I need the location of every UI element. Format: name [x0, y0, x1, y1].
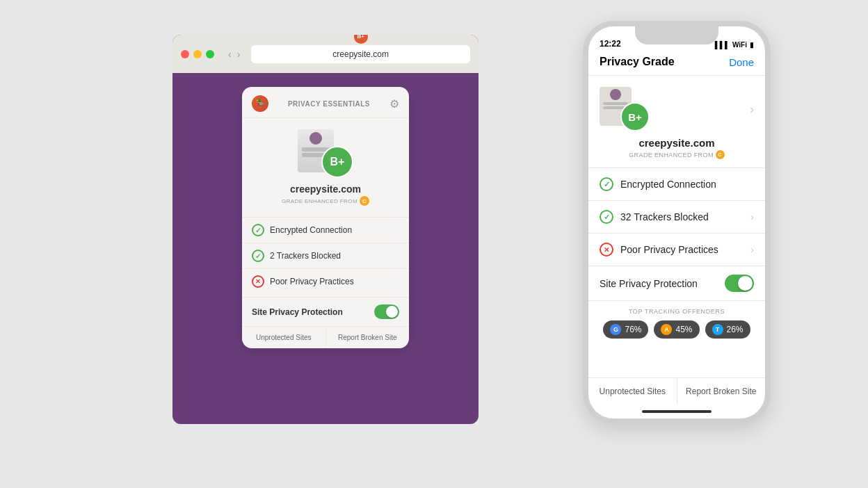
- browser-mockup: ‹ › B+ creepysite.com 🦆 PRIVACY ESSENTIA…: [172, 35, 479, 424]
- phone-site-privacy-label: Site Privacy Protection: [600, 278, 698, 289]
- encrypted-connection-label: Encrypted Connection: [270, 225, 352, 235]
- amazon-tracker-icon: A: [661, 324, 672, 335]
- popup-items: Encrypted Connection 2 Trackers Blocked …: [242, 214, 409, 297]
- trackers-blocked-label: 2 Trackers Blocked: [270, 251, 341, 261]
- address-bar[interactable]: B+ creepysite.com: [251, 45, 470, 63]
- phone-grade-enhanced: GRADE ENHANCED FROM C: [629, 150, 725, 159]
- popup-domain: creepysite.com: [290, 184, 361, 195]
- close-button[interactable]: [181, 50, 189, 58]
- phone-footer: Unprotected Sites Report Broken Site: [588, 377, 765, 405]
- report-broken-site-link[interactable]: Report Broken Site: [326, 327, 410, 348]
- phone-grade-circle: B+: [620, 102, 650, 131]
- phone-trackers-item[interactable]: 32 Trackers Blocked ›: [588, 201, 765, 234]
- grade-circle: B+: [321, 146, 353, 178]
- phone-header: Privacy Grade Done: [588, 51, 765, 76]
- phone-content: B+ › creepysite.com GRADE ENHANCED FROM …: [588, 76, 765, 418]
- browser-chrome: ‹ › B+ creepysite.com: [172, 35, 479, 73]
- browser-content: 🦆 PRIVACY ESSENTIALS ⚙: [172, 73, 479, 348]
- phone-trackers-chevron: ›: [750, 211, 754, 222]
- address-text: creepysite.com: [332, 49, 389, 59]
- phone-mockup: 12:22 ▌▌▌ WiFi ▮ Privacy Grade Done: [583, 21, 771, 424]
- phone-poor-privacy-chevron: ›: [750, 244, 754, 255]
- phone-screenshot-avatar: [610, 89, 621, 100]
- grade-from-badge: C: [360, 196, 369, 206]
- phone-report-broken-link[interactable]: Report Broken Site: [677, 378, 766, 405]
- ddg-grade-badge: B+: [354, 35, 368, 44]
- phone-grade-chevron: ›: [750, 102, 754, 117]
- popup-title: PRIVACY ESSENTIALS: [288, 100, 370, 108]
- site-privacy-toggle-label: Site Privacy Protection: [252, 307, 343, 317]
- wifi-icon: WiFi: [732, 41, 747, 49]
- poor-privacy-item: Poor Privacy Practices: [242, 268, 409, 294]
- ddg-logo: 🦆: [252, 95, 268, 112]
- popup-footer: Unprotected Sites Report Broken Site: [242, 326, 409, 348]
- phone-trackers-section: TOP TRACKING OFFENDERS G 76% A 45% T 26%: [588, 301, 765, 343]
- browser-nav: ‹ ›: [228, 49, 240, 60]
- phone-screen: 12:22 ▌▌▌ WiFi ▮ Privacy Grade Done: [588, 26, 765, 418]
- check-icon-trackers: [252, 250, 264, 262]
- trackers-blocked-item: 2 Trackers Blocked: [242, 243, 409, 268]
- status-icons: ▌▌▌ WiFi ▮: [715, 41, 754, 49]
- screenshot-avatar: [310, 132, 322, 145]
- phone-screenshot-line1: [603, 102, 628, 105]
- phone-poor-privacy-item[interactable]: Poor Privacy Practices ›: [588, 234, 765, 266]
- back-button[interactable]: ‹: [228, 49, 232, 60]
- encrypted-connection-item: Encrypted Connection: [242, 217, 409, 243]
- poor-privacy-label: Poor Privacy Practices: [270, 277, 354, 286]
- tracker-badge-twitter[interactable]: T 26%: [705, 320, 750, 339]
- twitter-tracker-icon: T: [712, 324, 723, 335]
- minimize-button[interactable]: [193, 50, 202, 58]
- phone-done-button[interactable]: Done: [729, 56, 754, 68]
- phone-domain: creepysite.com: [638, 137, 714, 149]
- scene: ‹ › B+ creepysite.com 🦆 PRIVACY ESSENTIA…: [0, 0, 868, 488]
- phone-encrypted-item: Encrypted Connection: [588, 168, 765, 201]
- trackers-heading: TOP TRACKING OFFENDERS: [600, 308, 754, 315]
- phone-encrypted-label: Encrypted Connection: [620, 179, 754, 190]
- popup-grade-section: B+ creepysite.com GRADE ENHANCED FROM C: [242, 118, 409, 214]
- phone-grade-from-badge: C: [716, 150, 725, 159]
- phone-check-icon-trackers: [600, 210, 613, 224]
- home-bar: [642, 410, 712, 413]
- site-privacy-toggle-row: Site Privacy Protection: [242, 297, 409, 326]
- popup-header: 🦆 PRIVACY ESSENTIALS ⚙: [242, 87, 409, 118]
- google-tracker-pct: 76%: [625, 325, 641, 334]
- site-privacy-toggle[interactable]: [374, 304, 399, 319]
- phone-site-privacy-row: Site Privacy Protection: [588, 266, 765, 301]
- forward-button[interactable]: ›: [237, 49, 241, 60]
- privacy-popup: 🦆 PRIVACY ESSENTIALS ⚙: [242, 87, 409, 348]
- check-icon-encrypted: [252, 224, 264, 236]
- maximize-button[interactable]: [206, 50, 214, 58]
- trackers-badges: G 76% A 45% T 26%: [600, 320, 754, 339]
- battery-icon: ▮: [750, 41, 754, 49]
- phone-site-privacy-toggle[interactable]: [725, 275, 754, 292]
- phone-grade-section: B+ › creepysite.com GRADE ENHANCED FROM …: [588, 76, 765, 168]
- grade-badge-container: B+: [298, 129, 353, 178]
- google-tracker-icon: G: [610, 324, 621, 335]
- amazon-tracker-pct: 45%: [675, 325, 692, 334]
- tracker-badge-google[interactable]: G 76%: [603, 320, 648, 339]
- unprotected-sites-link[interactable]: Unprotected Sites: [242, 327, 326, 348]
- phone-check-icon-encrypted: [600, 177, 613, 191]
- grade-enhanced: GRADE ENHANCED FROM C: [282, 196, 369, 206]
- phone-grade-badge: B+: [600, 87, 650, 131]
- phone-grade-row: B+ ›: [600, 87, 754, 131]
- phone-trackers-label: 32 Trackers Blocked: [620, 211, 744, 222]
- phone-notch: [635, 26, 718, 44]
- phone-items: Encrypted Connection 32 Trackers Blocked…: [588, 168, 765, 266]
- phone-x-icon-privacy: [600, 243, 613, 257]
- x-icon-privacy: [252, 275, 264, 288]
- twitter-tracker-pct: 26%: [727, 325, 744, 334]
- phone-unprotected-sites-link[interactable]: Unprotected Sites: [588, 378, 677, 405]
- phone-header-title: Privacy Grade: [600, 56, 675, 68]
- tracker-badge-amazon[interactable]: A 45%: [654, 320, 699, 339]
- settings-icon[interactable]: ⚙: [389, 97, 399, 111]
- phone-poor-privacy-label: Poor Privacy Practices: [620, 244, 744, 255]
- signal-icon: ▌▌▌: [715, 41, 730, 49]
- phone-home-indicator: [588, 405, 765, 418]
- status-time: 12:22: [600, 39, 621, 49]
- traffic-lights: [181, 50, 214, 58]
